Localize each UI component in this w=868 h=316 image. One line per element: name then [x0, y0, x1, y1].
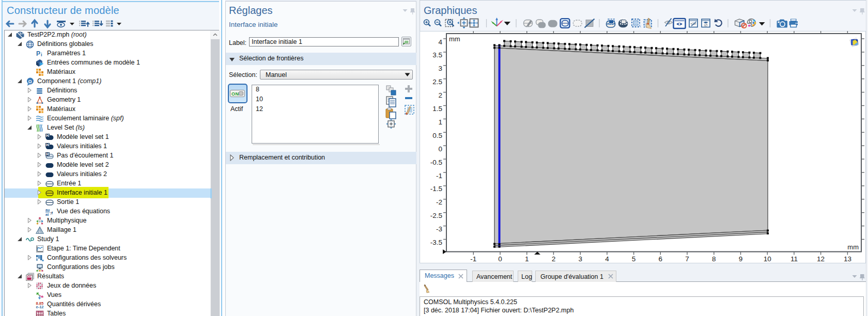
svg-text:3: 3 [578, 255, 582, 263]
svg-text:2: 2 [438, 91, 442, 99]
svg-text:Ω: Ω [28, 79, 32, 84]
svg-text:au: au [45, 208, 50, 212]
svg-text:-1: -1 [436, 172, 442, 180]
svg-text:-0.5: -0.5 [430, 159, 442, 166]
svg-text:3.5: 3.5 [432, 51, 442, 59]
svg-text:9: 9 [739, 255, 743, 263]
svg-text:8: 8 [712, 255, 716, 263]
svg-text:11: 11 [791, 255, 798, 263]
svg-text:7: 7 [685, 255, 689, 263]
svg-text:-2.5: -2.5 [430, 212, 442, 219]
svg-text:mm: mm [449, 35, 460, 43]
svg-text:-3.5: -3.5 [430, 239, 442, 246]
svg-text:P: P [36, 50, 40, 57]
svg-text:3: 3 [438, 65, 442, 72]
svg-text:i: i [41, 52, 42, 57]
svg-text:-3: -3 [436, 225, 442, 233]
svg-text:2.5: 2.5 [432, 78, 442, 86]
svg-text:13: 13 [844, 255, 851, 263]
svg-text:D: D [47, 152, 49, 156]
svg-text:D: D [47, 143, 49, 147]
svg-text:mm: mm [847, 243, 859, 251]
svg-text:0: 0 [438, 145, 442, 153]
svg-text:6: 6 [659, 255, 663, 263]
svg-text:2: 2 [552, 255, 556, 263]
svg-text:D: D [47, 134, 49, 137]
svg-text:-1.5: -1.5 [430, 185, 442, 193]
svg-text:4: 4 [605, 255, 609, 263]
svg-text:-1: -1 [470, 255, 476, 263]
svg-text:5: 5 [632, 255, 636, 263]
svg-text:10: 10 [764, 255, 771, 263]
svg-text:0.5: 0.5 [432, 132, 442, 139]
svg-text:at: at [45, 213, 49, 216]
svg-text:1: 1 [525, 255, 529, 263]
svg-text:1.5: 1.5 [432, 105, 442, 113]
svg-text:12: 12 [817, 255, 825, 263]
svg-text:e-12: e-12 [36, 305, 44, 309]
svg-text:-2: -2 [436, 198, 442, 206]
svg-text::f: :f [50, 211, 53, 215]
svg-text:0: 0 [498, 255, 502, 263]
svg-text:1: 1 [438, 118, 442, 126]
svg-text:4: 4 [438, 38, 442, 46]
